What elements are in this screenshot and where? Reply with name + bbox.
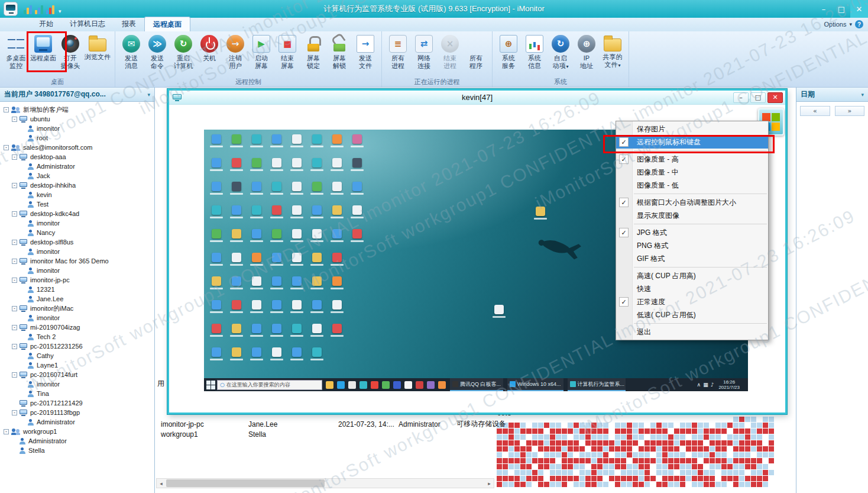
tree-item[interactable]: -imonitor的iMac [2,304,154,313]
taskbar-app-icon[interactable] [427,381,435,389]
desktop-icon[interactable] [269,347,284,360]
desktop-icon[interactable] [309,347,325,360]
tree-item[interactable]: -desktop-ihhkiha [2,181,154,190]
send-command-button[interactable]: ≫发送命令 [144,33,170,70]
desktop-icon[interactable] [269,300,284,313]
desktop-icon[interactable] [209,276,224,289]
desktop-icon[interactable] [289,158,305,171]
tree-item[interactable]: -imonitor-jp-pc [2,275,154,285]
desktop-icon[interactable] [249,229,264,242]
app-logo-icon[interactable] [4,2,18,16]
qat-chart-icon-3[interactable] [46,5,54,14]
tree-item[interactable]: imonitor [2,313,154,323]
desktop-icon[interactable] [329,158,345,171]
desktop-icon[interactable] [289,276,305,289]
desktop-icon[interactable] [269,158,284,171]
send-message-button[interactable]: ✉发送消息 [118,33,144,70]
desktop-icon[interactable] [533,207,548,220]
desktop-icon[interactable] [269,253,284,266]
taskbar-window-button[interactable]: Windows 10 x64... [507,378,563,391]
tree-item[interactable]: -pc-201512231256 [2,341,154,351]
desktop-icon[interactable] [289,205,305,218]
desktop-icon[interactable] [249,158,264,171]
desktop-icon[interactable] [249,205,264,218]
menu-item-low-speed[interactable]: 低速( CUP 占用低) [616,308,768,321]
tree-expander-icon[interactable]: - [12,325,17,330]
scroll-left-icon[interactable]: ◂ [157,479,166,488]
table-row[interactable]: workgroup1Stella [158,429,537,439]
desktop-icon[interactable] [209,158,224,171]
tree-item[interactable]: Cathy [2,351,154,360]
logout-user-button[interactable]: →注销用户 [222,33,248,70]
desktop-icon[interactable] [229,347,244,360]
tree-expander-icon[interactable]: - [12,183,17,188]
desktop-icon[interactable] [249,134,264,147]
desktop-icon[interactable] [349,134,365,147]
qat-chart-icon-2[interactable] [35,5,43,14]
tree-expander-icon[interactable]: - [12,240,17,245]
desktop-icon[interactable] [349,182,365,195]
tree-item[interactable]: -desktop-kdkc4ad [2,209,154,218]
tree-item[interactable]: Tina [2,389,154,398]
desktop-icon[interactable] [289,134,305,147]
tree-item[interactable]: -desktop-slfl8us [2,237,154,247]
tree-expander-icon[interactable]: - [12,278,17,283]
current-user-header[interactable]: 当前用户 3498017767@qq.co... ▾ [0,88,154,102]
desktop-icon[interactable] [289,300,305,313]
menu-item-fast-speed[interactable]: 快速 [616,282,768,295]
taskbar-clock[interactable]: 16:26 2021/7/23 [718,379,740,390]
tree-expander-icon[interactable]: - [12,372,17,378]
next-date-button[interactable]: » [835,106,865,116]
desktop-icon[interactable] [249,347,264,360]
start-screen-button[interactable]: ▶启动屏幕 [248,33,274,70]
desktop-icon[interactable] [329,300,345,313]
desktop-icon[interactable] [329,205,345,218]
remote-desktop-button[interactable]: 远程桌面 [29,33,57,62]
unlock-screen-button[interactable]: 屏幕解锁 [326,33,352,70]
ip-address-button[interactable]: ⊕IP地址 [574,33,600,70]
lock-screen-button[interactable]: 屏幕锁定 [300,33,326,70]
tree-item[interactable]: Administrator [2,417,154,427]
taskbar-app-icon[interactable] [371,381,378,389]
tray-icon[interactable]: ∧ [697,382,701,388]
tree-expander-icon[interactable]: - [12,259,17,264]
tree-expander-icon[interactable]: - [12,211,17,217]
menu-item-jpg-format[interactable]: ✓JPG 格式 [616,226,768,239]
tab-computer-logs[interactable]: 计算机日志 [61,17,114,31]
desktop-icon[interactable] [209,182,224,195]
tab-reports[interactable]: 报表 [114,17,144,31]
menu-item-high-speed[interactable]: 高速( CUP 占用高) [616,269,768,282]
desktop-icon[interactable] [309,276,325,289]
autostart-items-button[interactable]: ↻自启动项▾ [548,33,574,70]
taskbar-app-icon[interactable] [438,381,446,389]
taskbar-app-icon[interactable] [382,381,390,389]
desktop-icon[interactable] [269,205,284,218]
close-button[interactable]: ✕ [850,0,868,18]
maximize-button[interactable]: □ [833,0,850,18]
remote-maximize-button[interactable]: □ [750,92,766,103]
tree-item[interactable]: kevin [2,190,154,199]
desktop-icon[interactable] [249,276,264,289]
scroll-right-icon[interactable]: ▸ [485,479,494,488]
shared-files-button[interactable]: 共享的文件▾ [600,33,626,69]
desktop-icon[interactable] [329,229,345,242]
tree-item[interactable]: root [2,133,154,143]
qat-dropdown-icon[interactable]: ▾ [59,8,61,14]
desktop-icon[interactable] [491,305,507,318]
menu-item-exit[interactable]: 退出 [616,326,768,339]
desktop-icon[interactable] [229,205,244,218]
desktop-icon[interactable] [209,205,224,218]
desktop-icon[interactable] [309,134,325,147]
desktop-icon[interactable] [309,205,325,218]
menu-item-image-quality-high[interactable]: ✓图像质量 - 高 [616,153,768,166]
taskbar-app-icon[interactable] [393,381,401,389]
desktop-icon[interactable] [309,182,325,195]
tree-item[interactable]: pc-201712121429 [2,398,154,408]
desktop-icon[interactable] [209,347,224,360]
menu-item-image-quality-low[interactable]: 图像质量 - 低 [616,179,768,192]
menu-item-auto-resize-to-window[interactable]: ✓根据窗口大小自动调整图片大小 [616,196,768,209]
send-file-button[interactable]: →发送文件 [352,33,378,70]
tree-item[interactable]: 12321 [2,285,154,294]
desktop-icon[interactable] [289,229,305,242]
desktop-icon[interactable] [329,253,345,266]
